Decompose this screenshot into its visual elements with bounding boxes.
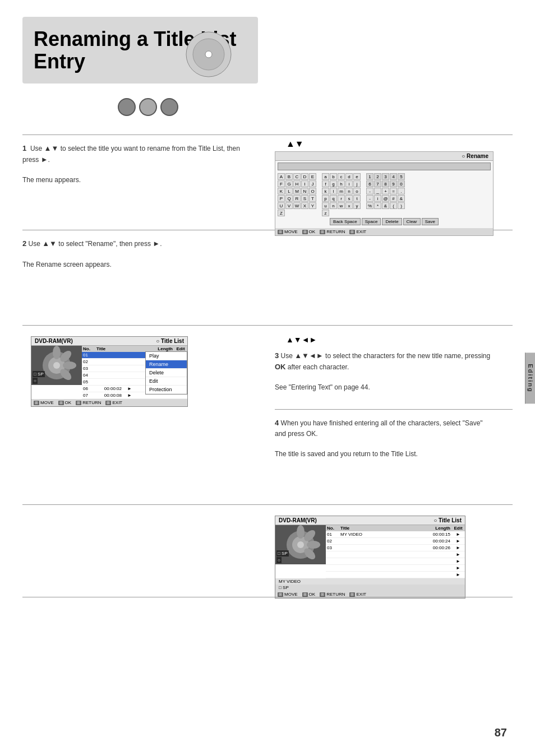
key-underscore[interactable]: _ (374, 188, 381, 194)
key-d[interactable]: d (345, 173, 353, 180)
key-W[interactable]: W (293, 202, 301, 209)
key-I[interactable]: I (301, 180, 308, 187)
key-amp[interactable]: & (398, 195, 405, 202)
key-i[interactable]: i (345, 180, 353, 187)
key-G[interactable]: G (285, 180, 293, 187)
nav-move-1: ⊞ MOVE (34, 400, 54, 405)
key-r[interactable]: r (338, 195, 345, 202)
save-button[interactable]: Save (422, 218, 439, 225)
key-dash2[interactable]: - (366, 195, 373, 202)
key-L[interactable]: L (285, 188, 293, 194)
key-k[interactable]: k (322, 188, 329, 194)
key-V[interactable]: V (285, 202, 293, 209)
menu-item-protection[interactable]: Protection (146, 386, 187, 394)
key-l[interactable]: l (330, 188, 337, 194)
key-s[interactable]: s (345, 195, 353, 202)
key-c[interactable]: c (338, 173, 345, 180)
key-Z[interactable]: Z (278, 210, 285, 216)
key-n2[interactable]: n (330, 202, 337, 209)
step-4-section: 4 When you have finished entering all of… (275, 418, 494, 459)
key-1[interactable]: 1 (366, 173, 373, 180)
title-list-screen-2: DVD-RAM(VR) ○ Title List ○ □ SP (275, 516, 465, 599)
key-dot[interactable]: . (398, 188, 405, 194)
table-row: 02 00:00:24 ► (326, 538, 465, 545)
key-hash[interactable]: # (390, 195, 397, 202)
key-m[interactable]: m (338, 188, 345, 194)
key-at[interactable]: @ (382, 195, 389, 202)
key-S[interactable]: S (301, 195, 308, 202)
key-9[interactable]: 9 (390, 180, 397, 187)
key-n[interactable]: n (345, 188, 353, 194)
key-E[interactable]: E (309, 173, 316, 180)
key-B[interactable]: B (285, 173, 293, 180)
key-rparen[interactable]: ) (398, 202, 405, 209)
key-X[interactable]: X (301, 202, 308, 209)
key-a[interactable]: a (322, 173, 329, 180)
key-U[interactable]: U (278, 202, 285, 209)
key-amp2[interactable]: & (382, 202, 389, 209)
key-dash[interactable]: - (366, 188, 373, 194)
key-x2[interactable]: x (345, 202, 353, 209)
key-P[interactable]: P (278, 195, 285, 202)
key-equals[interactable]: = (390, 188, 397, 194)
svg-point-17 (307, 541, 320, 549)
key-A[interactable]: A (278, 173, 285, 180)
key-j[interactable]: j (353, 180, 361, 187)
key-O[interactable]: O (309, 188, 316, 194)
key-b[interactable]: b (330, 173, 337, 180)
key-M[interactable]: M (293, 188, 301, 194)
key-f[interactable]: f (322, 180, 329, 187)
rename-screen-header: ○ Rename (275, 152, 493, 161)
key-6[interactable]: 6 (366, 180, 373, 187)
key-R[interactable]: R (293, 195, 301, 202)
disc-icon (185, 31, 233, 78)
key-plus[interactable]: + (382, 188, 389, 194)
backspace-button[interactable]: Back Space (330, 218, 361, 225)
key-u2[interactable]: u (322, 202, 329, 209)
key-7[interactable]: 7 (374, 180, 381, 187)
key-pct[interactable]: % (366, 202, 373, 209)
key-4[interactable]: 4 (390, 173, 397, 180)
menu-item-play[interactable]: Play (146, 352, 187, 360)
menu-item-rename[interactable]: Rename (146, 360, 187, 369)
step3-right-arrows: ▲▼◄► (286, 335, 317, 344)
key-t[interactable]: t (353, 195, 361, 202)
key-D[interactable]: D (301, 173, 308, 180)
clear-button[interactable]: Clear (403, 218, 421, 225)
key-y2[interactable]: y (353, 202, 361, 209)
key-Y[interactable]: Y (309, 202, 316, 209)
tl-sp-label: □ SP (33, 371, 45, 377)
nav-move-2: ⊞ MOVE (278, 592, 298, 597)
key-2[interactable]: 2 (374, 173, 381, 180)
key-N[interactable]: N (301, 188, 308, 194)
key-J[interactable]: J (309, 180, 316, 187)
menu-item-edit[interactable]: Edit (146, 377, 187, 386)
nav-ok-1: ⊞ OK (58, 400, 72, 405)
key-star[interactable]: * (374, 202, 381, 209)
key-q[interactable]: q (330, 195, 337, 202)
key-lparen[interactable]: ( (390, 202, 397, 209)
key-T[interactable]: T (309, 195, 316, 202)
key-g[interactable]: g (330, 180, 337, 187)
key-H[interactable]: H (293, 180, 301, 187)
space-button[interactable]: Space (362, 218, 381, 225)
key-p[interactable]: p (322, 195, 329, 202)
page-number: 87 (495, 726, 507, 739)
key-i-sym[interactable]: i (374, 195, 381, 202)
key-3[interactable]: 3 (382, 173, 389, 180)
key-5[interactable]: 5 (398, 173, 405, 180)
menu-item-delete[interactable]: Delete (146, 369, 187, 377)
key-z2[interactable]: z (322, 210, 329, 216)
key-F[interactable]: F (278, 180, 285, 187)
key-8[interactable]: 8 (382, 180, 389, 187)
key-o[interactable]: o (353, 188, 361, 194)
key-e[interactable]: e (353, 173, 361, 180)
key-w[interactable]: w (338, 202, 345, 209)
key-Q[interactable]: Q (285, 195, 293, 202)
key-C[interactable]: C (293, 173, 301, 180)
delete-button[interactable]: Delete (382, 218, 402, 225)
key-K[interactable]: K (278, 188, 285, 194)
key-0[interactable]: 0 (398, 180, 405, 187)
key-h[interactable]: h (338, 180, 345, 187)
tl-header-2: DVD-RAM(VR) ○ Title List (275, 516, 465, 525)
